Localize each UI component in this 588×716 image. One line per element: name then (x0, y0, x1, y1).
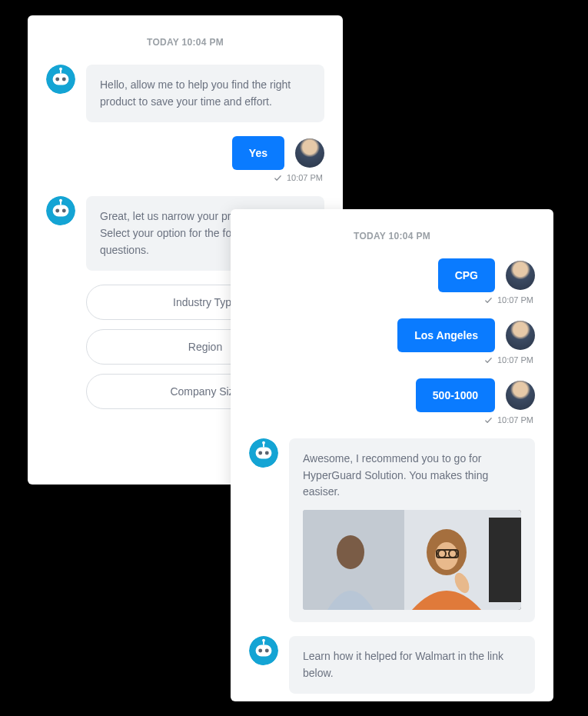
svg-point-34 (258, 649, 262, 653)
user-message-bubble[interactable]: Yes (232, 136, 284, 170)
user-message-bubble[interactable]: 500-1000 (416, 378, 495, 412)
svg-point-17 (258, 451, 262, 455)
check-icon (484, 296, 493, 305)
bot-message-bubble: Hello, allow me to help you find the rig… (86, 65, 324, 122)
message-time: 10:07 PM (287, 173, 323, 182)
message-meta: 10:07 PM (46, 173, 324, 182)
message-time: 10:07 PM (497, 355, 533, 365)
user-message-row: Los Angeles (249, 318, 535, 352)
message-meta: 10:07 PM (249, 415, 535, 425)
bot-message-bubble: Learn how it helped for Walmart in the l… (289, 636, 535, 694)
user-avatar (506, 381, 535, 410)
svg-point-4 (62, 78, 66, 82)
svg-point-35 (265, 649, 269, 653)
svg-rect-16 (256, 447, 272, 458)
user-message-row: 500-1000 (249, 378, 535, 412)
timestamp-header: TODAY 10:04 PM (249, 231, 535, 241)
bot-message-row: Hello, allow me to help you find the rig… (46, 65, 324, 122)
bot-message-row: Learn how it helped for Walmart in the l… (249, 636, 535, 694)
svg-point-6 (59, 68, 62, 71)
message-time: 10:07 PM (497, 415, 533, 425)
timestamp-header: TODAY 10:04 PM (46, 37, 324, 48)
user-message-bubble[interactable]: Los Angeles (397, 318, 495, 352)
message-time: 10:07 PM (497, 295, 533, 305)
user-message-bubble[interactable]: CPG (438, 258, 495, 292)
check-icon (484, 356, 493, 365)
svg-point-3 (55, 78, 59, 82)
bot-avatar-icon (249, 438, 278, 468)
check-icon (274, 174, 282, 182)
user-message-row: CPG (249, 258, 535, 292)
bot-avatar-icon (249, 636, 278, 665)
recommendation-image (303, 510, 521, 610)
check-icon (484, 416, 493, 425)
svg-rect-23 (489, 518, 521, 602)
svg-point-37 (262, 639, 265, 642)
svg-point-13 (59, 199, 62, 202)
svg-rect-33 (256, 644, 272, 656)
user-avatar (506, 261, 535, 290)
svg-point-11 (62, 209, 66, 213)
bot-avatar-icon (46, 65, 75, 94)
svg-point-18 (265, 451, 269, 455)
svg-point-20 (262, 441, 265, 445)
message-meta: 10:07 PM (249, 355, 535, 365)
user-avatar (295, 138, 324, 168)
bot-avatar-icon (46, 196, 75, 225)
bot-text: Awesome, I recommend you to go for Hyper… (303, 452, 488, 498)
chat-card-right: TODAY 10:04 PM CPG 10:07 PM Los Angeles … (231, 209, 553, 701)
message-meta: 10:07 PM (249, 295, 535, 305)
user-avatar (506, 321, 535, 350)
bot-message-row: Awesome, I recommend you to go for Hyper… (249, 438, 535, 622)
svg-rect-2 (53, 73, 69, 85)
svg-point-24 (337, 535, 364, 569)
svg-rect-9 (53, 205, 69, 217)
bot-message-bubble: Awesome, I recommend you to go for Hyper… (289, 438, 535, 622)
svg-point-10 (55, 209, 59, 213)
user-message-row: Yes (46, 136, 324, 170)
